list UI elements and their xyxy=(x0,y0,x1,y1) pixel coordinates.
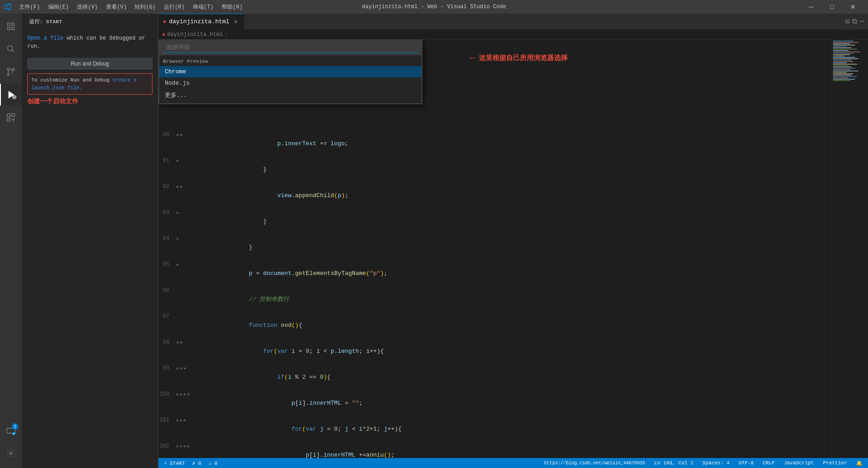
code-line-92: 92 ▶▶ view.appendChild(p); xyxy=(158,183,832,209)
line-arrows-93: ▶ xyxy=(177,209,190,217)
svg-rect-10 xyxy=(7,118,10,121)
dropdown-item-chrome[interactable]: Chrome xyxy=(159,66,421,77)
split-editor-button[interactable]: ⧉ xyxy=(852,17,857,26)
menu-file[interactable]: 文件(F) xyxy=(15,2,44,12)
menu-edit[interactable]: 编辑(E) xyxy=(45,2,73,12)
maximize-button[interactable]: □ xyxy=(822,0,843,14)
browser-preview-dropdown[interactable]: Browser Preview Chrome Node.js 更多... ← 这 xyxy=(158,40,422,104)
status-run[interactable]: ⚡ START xyxy=(162,460,187,466)
code-line-95: 95 ▶ p = document.getElementsByTagName("… xyxy=(158,260,832,286)
code-line-90: 90 ▶▶ p.innerText += logo; xyxy=(158,131,832,157)
status-url[interactable]: https://blog.csdn.net/weixin_44676935 xyxy=(542,461,647,466)
breadcrumb-file-icon: ◈ xyxy=(162,31,165,38)
titlebar-menus[interactable]: 文件(F) 编辑(E) 选择(V) 查看(V) 转到(G) 运行(R) 终端(T… xyxy=(15,2,246,12)
status-errors[interactable]: ✗ 0 xyxy=(190,460,203,466)
extensions-icon[interactable] xyxy=(0,107,22,128)
menu-terminal[interactable]: 终端(T) xyxy=(189,2,218,12)
line-content-97: function ood(){ xyxy=(190,312,832,338)
line-number-97: 97 xyxy=(158,312,177,321)
line-arrows-95: ▶ xyxy=(177,260,190,269)
status-warnings[interactable]: ⚠ 0 xyxy=(207,460,219,466)
editor-tab[interactable]: ◈ dayinjinzita.html ✕ xyxy=(158,14,244,29)
line-number-93: 93 xyxy=(158,209,177,217)
line-content-91: } xyxy=(190,157,832,183)
line-arrows-99: ▶▶▶ xyxy=(177,364,190,373)
line-content-101: for(var j = 0; j < i*2+1; j++){ xyxy=(190,416,832,442)
dropdown-item-more[interactable]: 更多... xyxy=(159,89,421,102)
close-button[interactable]: ✕ xyxy=(843,0,863,14)
window-controls[interactable]: ─ □ ✕ xyxy=(801,0,863,14)
line-number-95: 95 xyxy=(158,260,177,269)
search-icon[interactable] xyxy=(0,38,22,60)
menu-goto[interactable]: 转到(G) xyxy=(131,2,159,12)
line-arrows-92: ▶▶ xyxy=(177,183,190,191)
line-number-100: 100 xyxy=(158,390,177,399)
sidebar-content: Open a file which can be debugged or run… xyxy=(22,27,158,468)
code-line-102: 102 ▶▶▶▶ p[i].innerHTML +=anniu(); xyxy=(158,442,832,458)
window-title: dayinjinzita.html - Web - Visual Studio … xyxy=(362,4,506,10)
line-number-99: 99 xyxy=(158,364,177,373)
line-content-95: p = document.getElementsByTagName("p"); xyxy=(190,260,832,286)
status-eol[interactable]: CRLF xyxy=(761,460,777,466)
nodejs-option-label: Node.js xyxy=(165,80,190,86)
dropdown-item-nodejs[interactable]: Node.js xyxy=(159,77,421,89)
line-content-92: view.appendChild(p); xyxy=(190,183,832,209)
line-number-98: 98 xyxy=(158,338,177,347)
line-arrows-90: ▶▶ xyxy=(177,131,190,139)
menu-view[interactable]: 查看(V) xyxy=(102,2,131,12)
minimap-content xyxy=(832,40,868,82)
titlebar: 文件(F) 编辑(E) 选择(V) 查看(V) 转到(G) 运行(R) 终端(T… xyxy=(0,0,868,14)
menu-help[interactable]: 帮助(H) xyxy=(218,2,246,12)
more-actions-button[interactable]: ⋯ xyxy=(860,17,864,26)
minimap[interactable] xyxy=(832,40,868,458)
status-language[interactable]: JavaScript xyxy=(782,460,816,466)
status-bar: ⚡ START ✗ 0 ⚠ 0 https://blog.csdn.net/we… xyxy=(158,458,868,468)
line-content-100: p[i].innerHTML = ""; xyxy=(190,390,832,416)
minimize-button[interactable]: ─ xyxy=(801,0,822,14)
settings-icon[interactable] xyxy=(0,443,22,464)
vscode-icon xyxy=(5,3,12,10)
run-debug-icon[interactable] xyxy=(0,84,22,106)
line-content-94: } xyxy=(190,234,832,260)
line-number-102: 102 xyxy=(158,442,177,451)
svg-rect-8 xyxy=(7,114,10,117)
line-number-92: 92 xyxy=(158,183,177,191)
status-formatter[interactable]: Prettier xyxy=(821,460,849,466)
customize-box: To customize Run and Debug create a laun… xyxy=(27,73,152,95)
tab-bar: ◈ dayinjinzita.html ✕ ⊡ ⧉ ⋯ xyxy=(158,14,868,30)
open-file-message: Open a file which can be debugged or run… xyxy=(27,31,152,54)
status-encoding[interactable]: UTF-8 xyxy=(737,460,756,466)
status-spaces[interactable]: Spaces: 4 xyxy=(700,460,731,466)
svg-rect-7 xyxy=(15,97,15,98)
line-arrows-98: ▶▶ xyxy=(177,338,190,347)
tab-close-button[interactable]: ✕ xyxy=(232,18,239,25)
status-right: https://blog.csdn.net/weixin_44676935 Ln… xyxy=(542,460,864,466)
open-file-link[interactable]: Open a file xyxy=(27,35,63,41)
code-line-100: 100 ▶▶▶▶ p[i].innerHTML = ""; xyxy=(158,390,832,416)
line-content-99: if(i % 2 == 0){ xyxy=(190,364,832,390)
breadcrumb-filename[interactable]: dayinjinzita.html xyxy=(167,31,223,38)
explorer-icon[interactable] xyxy=(0,15,22,37)
code-line-96: 96 // 控制奇数行 xyxy=(158,286,832,312)
remote-explorer-icon[interactable]: 1 xyxy=(0,420,22,442)
line-arrows-91: ▶ xyxy=(177,157,190,165)
editor-area: ◈ dayinjinzita.html ✕ ⊡ ⧉ ⋯ ◈ dayinjinzi… xyxy=(158,14,868,468)
sidebar-annotation: 创建一个启动文件 xyxy=(27,95,152,108)
line-content-90: p.innerText += logo; xyxy=(190,131,832,157)
layout-button[interactable]: ⊡ xyxy=(845,17,850,26)
source-control-icon[interactable] xyxy=(0,61,22,83)
environment-search-input[interactable] xyxy=(162,42,418,53)
status-line-col[interactable]: Ln 103, Col 1 xyxy=(653,460,695,466)
editor-content: Browser Preview Chrome Node.js 更多... ← 这 xyxy=(158,40,868,458)
status-notification[interactable]: 🔔 xyxy=(854,460,864,466)
app-layout: 1 运行: START Open a file which can be deb… xyxy=(0,14,868,468)
tab-filename: dayinjinzita.html xyxy=(169,18,229,25)
breadcrumb-separator: › xyxy=(225,31,228,38)
line-arrows-94: ▶ xyxy=(177,234,190,243)
menu-select[interactable]: 选择(V) xyxy=(73,2,102,12)
run-and-debug-button[interactable]: Run and Debug xyxy=(27,58,152,70)
line-content-102: p[i].innerHTML +=anniu(); xyxy=(190,442,832,458)
code-line-98: 98 ▶▶ for(var i = 0; i < p.length; i++){ xyxy=(158,338,832,364)
menu-run[interactable]: 运行(R) xyxy=(160,2,188,12)
status-left: ⚡ START ✗ 0 ⚠ 0 xyxy=(162,460,219,466)
